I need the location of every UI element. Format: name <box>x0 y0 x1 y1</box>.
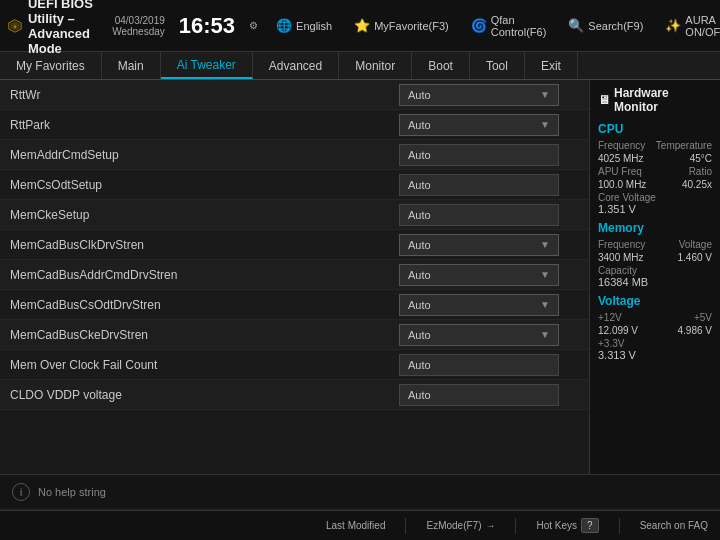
row-label-memaddrcmd: MemAddrCmdSetup <box>10 148 399 162</box>
row-value-rtttwr[interactable]: Auto ▼ <box>399 84 579 106</box>
row-value-memaddrcmd[interactable]: Auto <box>399 144 579 166</box>
row-label-rtttwr: RttWr <box>10 88 399 102</box>
last-modified-label: Last Modified <box>326 520 385 531</box>
row-value-memcadcke[interactable]: Auto ▼ <box>399 324 579 346</box>
datetime: 04/03/2019 Wednesday <box>112 15 165 37</box>
monitor-icon: 🖥 <box>598 93 610 107</box>
row-label-rttpark: RttPark <box>10 118 399 132</box>
hw-mem-freq-val-row: 3400 MHz 1.460 V <box>598 252 712 263</box>
my-favorites-label: MyFavorite(F3) <box>374 20 449 32</box>
nav-main[interactable]: Main <box>102 52 161 79</box>
select-memcadcsodt[interactable]: Auto ▼ <box>399 294 559 316</box>
row-label-memcadaddr: MemCadBusAddrCmdDrvStren <box>10 268 399 282</box>
table-row[interactable]: RttWr Auto ▼ <box>0 80 589 110</box>
gear-icon[interactable]: ⚙ <box>249 20 258 31</box>
hw-cpu-section: CPU <box>598 122 712 136</box>
table-row[interactable]: MemCsOdtSetup Auto <box>0 170 589 200</box>
row-value-memcadaddr[interactable]: Auto ▼ <box>399 264 579 286</box>
select-memcadaddr[interactable]: Auto ▼ <box>399 264 559 286</box>
value-memcke: Auto <box>399 204 559 226</box>
content-panel: RttWr Auto ▼ RttPark Auto ▼ MemAddrCmdSe… <box>0 80 590 474</box>
hw-v12-row: +12V +5V <box>598 312 712 323</box>
help-bar: i No help string <box>0 474 720 510</box>
nav-my-favorites[interactable]: My Favorites <box>0 52 102 79</box>
language-button[interactable]: 🌐 English <box>272 16 336 35</box>
day-text: Wednesday <box>112 26 165 37</box>
search-icon: 🔍 <box>568 18 584 33</box>
row-value-memocfc[interactable]: Auto <box>399 354 579 376</box>
globe-icon: 🌐 <box>276 18 292 33</box>
select-memcadclk[interactable]: Auto ▼ <box>399 234 559 256</box>
select-memcadcke[interactable]: Auto ▼ <box>399 324 559 346</box>
help-text: No help string <box>38 486 106 498</box>
chevron-down-icon: ▼ <box>540 269 550 280</box>
date-text: 04/03/2019 <box>115 15 165 26</box>
nav-tool[interactable]: Tool <box>470 52 525 79</box>
star-icon: ⭐ <box>354 18 370 33</box>
nav-ai-tweaker[interactable]: Ai Tweaker <box>161 52 253 79</box>
row-value-rttpark[interactable]: Auto ▼ <box>399 114 579 136</box>
row-label-memcsodt: MemCsOdtSetup <box>10 178 399 192</box>
top-info: 04/03/2019 Wednesday 16:53 ⚙ 🌐 English ⭐… <box>112 12 720 40</box>
fan-icon: 🌀 <box>471 18 487 33</box>
table-row[interactable]: CLDO VDDP voltage Auto <box>0 380 589 410</box>
search-faq-button[interactable]: Search on FAQ <box>640 520 708 531</box>
hw-voltage-section: Voltage <box>598 294 712 308</box>
logo-area: A UEFI BIOS Utility – Advanced Mode <box>8 0 112 56</box>
table-row[interactable]: MemCkeSetup Auto <box>0 200 589 230</box>
table-row[interactable]: MemAddrCmdSetup Auto <box>0 140 589 170</box>
language-label: English <box>296 20 332 32</box>
row-value-memcadcsodt[interactable]: Auto ▼ <box>399 294 579 316</box>
qfan-label: Qfan Control(F6) <box>491 14 547 38</box>
row-label-memcadcsodt: MemCadBusCsOdtDrvStren <box>10 298 399 312</box>
hw-monitor-title: 🖥 Hardware Monitor <box>598 86 712 114</box>
table-row[interactable]: RttPark Auto ▼ <box>0 110 589 140</box>
value-memcsodt: Auto <box>399 174 559 196</box>
bottom-actions: Last Modified EzMode(F7) → Hot Keys ? Se… <box>326 518 708 534</box>
ez-mode-button[interactable]: EzMode(F7) → <box>426 520 495 531</box>
row-value-memcadclk[interactable]: Auto ▼ <box>399 234 579 256</box>
nav-monitor[interactable]: Monitor <box>339 52 412 79</box>
select-rttpark[interactable]: Auto ▼ <box>399 114 559 136</box>
aura-label: AURA ON/OFF(F4) <box>685 14 720 38</box>
hw-memory-section: Memory <box>598 221 712 235</box>
table-row[interactable]: MemCadBusCkeDrvStren Auto ▼ <box>0 320 589 350</box>
row-label-memcadcke: MemCadBusCkeDrvStren <box>10 328 399 342</box>
hw-cpu-freq-row: Frequency Temperature <box>598 140 712 151</box>
value-memaddrcmd: Auto <box>399 144 559 166</box>
arrow-icon: → <box>485 520 495 531</box>
divider <box>405 518 406 534</box>
row-label-cldovddp: CLDO VDDP voltage <box>10 388 399 402</box>
hot-keys-badge[interactable]: ? <box>581 518 599 533</box>
chevron-down-icon: ▼ <box>540 299 550 310</box>
table-row[interactable]: MemCadBusAddrCmdDrvStren Auto ▼ <box>0 260 589 290</box>
main-area: RttWr Auto ▼ RttPark Auto ▼ MemAddrCmdSe… <box>0 80 720 474</box>
row-value-memcke[interactable]: Auto <box>399 204 579 226</box>
value-memocfc: Auto <box>399 354 559 376</box>
asus-logo: A <box>8 8 22 44</box>
my-favorites-button[interactable]: ⭐ MyFavorite(F3) <box>350 16 453 35</box>
search-button[interactable]: 🔍 Search(F9) <box>564 16 647 35</box>
nav-bar: My Favorites Main Ai Tweaker Advanced Mo… <box>0 52 720 80</box>
table-row[interactable]: MemCadBusClkDrvStren Auto ▼ <box>0 230 589 260</box>
search-label: Search(F9) <box>588 20 643 32</box>
hw-cpu-freq-val-row: 4025 MHz 45°C <box>598 153 712 164</box>
value-cldovddp: Auto <box>399 384 559 406</box>
nav-boot[interactable]: Boot <box>412 52 470 79</box>
top-bar: A UEFI BIOS Utility – Advanced Mode 04/0… <box>0 0 720 52</box>
table-row[interactable]: Mem Over Clock Fail Count Auto <box>0 350 589 380</box>
bottom-bar: Last Modified EzMode(F7) → Hot Keys ? Se… <box>0 510 720 540</box>
divider <box>619 518 620 534</box>
row-label-memcke: MemCkeSetup <box>10 208 399 222</box>
nav-advanced[interactable]: Advanced <box>253 52 339 79</box>
hot-keys-button[interactable]: Hot Keys ? <box>536 518 598 533</box>
row-value-memcsodt[interactable]: Auto <box>399 174 579 196</box>
table-row[interactable]: MemCadBusCsOdtDrvStren Auto ▼ <box>0 290 589 320</box>
nav-exit[interactable]: Exit <box>525 52 578 79</box>
row-label-memocfc: Mem Over Clock Fail Count <box>10 358 399 372</box>
select-rtttwr[interactable]: Auto ▼ <box>399 84 559 106</box>
aura-button[interactable]: ✨ AURA ON/OFF(F4) <box>661 12 720 40</box>
qfan-button[interactable]: 🌀 Qfan Control(F6) <box>467 12 551 40</box>
row-value-cldovddp[interactable]: Auto <box>399 384 579 406</box>
chevron-down-icon: ▼ <box>540 239 550 250</box>
